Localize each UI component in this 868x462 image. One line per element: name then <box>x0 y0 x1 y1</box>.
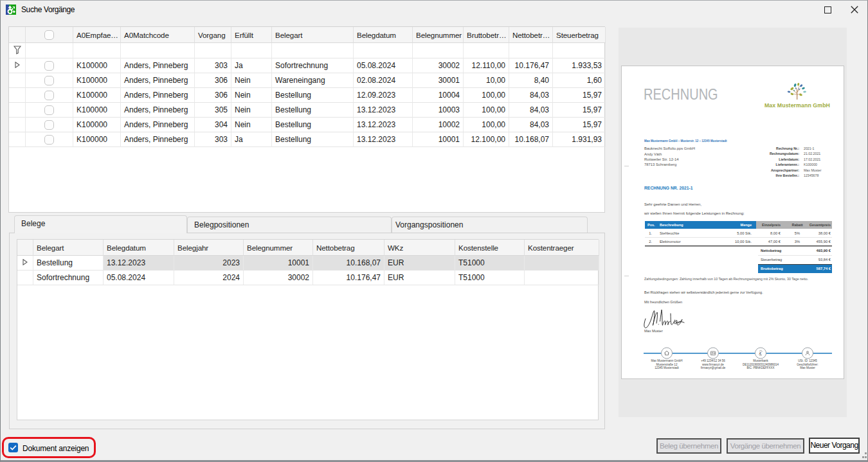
svg-text:€: € <box>759 351 762 355</box>
